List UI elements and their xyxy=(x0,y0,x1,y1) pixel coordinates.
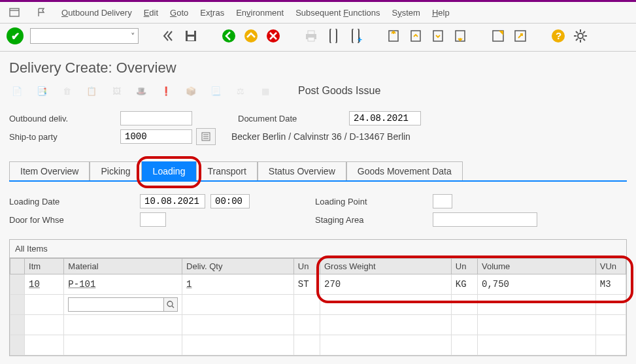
material-search-button[interactable] xyxy=(163,297,178,312)
svg-line-29 xyxy=(576,39,578,41)
page-title: Delivery Create: Overview xyxy=(0,52,636,80)
find-next-icon[interactable]: + xyxy=(348,28,363,44)
doc-date-label: Document Date xyxy=(238,114,349,124)
doc-date-input[interactable] xyxy=(349,111,421,125)
loading-time-input[interactable] xyxy=(210,194,250,208)
col-material[interactable]: Material xyxy=(64,259,182,274)
grid-area: All Items Itm Material Deliv. Qty Un Gro… xyxy=(0,235,636,360)
table-row[interactable] xyxy=(10,295,626,315)
svg-point-34 xyxy=(167,301,173,306)
col-gross[interactable]: Gross Weight xyxy=(320,259,451,274)
tab-goods-movement-data[interactable]: Goods Movement Data xyxy=(346,161,463,180)
svg-rect-3 xyxy=(188,31,194,35)
find-icon[interactable] xyxy=(326,28,341,44)
loading-form: Loading Date Loading Point Door for Whse… xyxy=(0,182,636,235)
print-icon xyxy=(303,28,319,44)
cell-itm[interactable] xyxy=(25,295,64,315)
row-selector[interactable] xyxy=(10,295,25,315)
col-volume[interactable]: Volume xyxy=(477,259,595,274)
col-itm[interactable]: Itm xyxy=(25,259,64,274)
enter-button[interactable]: ✔ xyxy=(7,27,24,44)
nav-back-icon[interactable] xyxy=(221,28,237,44)
svg-line-27 xyxy=(583,39,585,41)
col-vun[interactable]: VUn xyxy=(595,259,626,274)
post-goods-issue-button[interactable]: Post Goods Issue xyxy=(298,85,380,97)
cell-un2[interactable]: KG xyxy=(451,274,477,295)
tab-picking[interactable]: Picking xyxy=(90,161,141,180)
help-icon[interactable]: ? xyxy=(550,28,566,44)
cancel-icon[interactable] xyxy=(265,28,281,44)
loading-point-input[interactable] xyxy=(433,194,452,208)
new-session-icon[interactable] xyxy=(490,28,506,44)
cell-vun[interactable]: M3 xyxy=(595,274,626,295)
col-un1[interactable]: Un xyxy=(293,259,320,274)
outbound-deliv-input[interactable] xyxy=(120,111,192,125)
table-row[interactable] xyxy=(10,335,626,356)
cell-itm[interactable]: 10 xyxy=(25,274,64,295)
menu-help[interactable]: Help xyxy=(432,8,450,18)
ship-to-details-button[interactable] xyxy=(196,128,216,145)
cell-qty[interactable]: 1 xyxy=(182,274,294,295)
cell-volume[interactable]: 0,750 xyxy=(477,274,595,295)
tab-item-overview[interactable]: Item Overview xyxy=(9,161,90,180)
ship-to-input[interactable] xyxy=(120,129,192,144)
tab-strip: Item OverviewPickingLoadingTransportStat… xyxy=(9,161,627,180)
save-icon[interactable] xyxy=(183,28,199,44)
delete-item-icon[interactable]: 📑 xyxy=(34,83,50,99)
back-icon[interactable] xyxy=(161,28,176,44)
flag-icon[interactable] xyxy=(34,5,50,20)
table-row[interactable] xyxy=(10,315,626,335)
settings-icon[interactable] xyxy=(573,28,588,44)
incompletion-icon[interactable]: ❗ xyxy=(158,83,174,99)
scale-icon: ⚖ xyxy=(233,83,248,99)
window-menu-icon[interactable] xyxy=(7,5,22,20)
display-icon: 📄 xyxy=(9,83,25,99)
grid-icon: ▦ xyxy=(258,83,273,99)
tab-status-overview[interactable]: Status Overview xyxy=(258,161,346,180)
tab-transport[interactable]: Transport xyxy=(196,161,257,180)
staging-input[interactable] xyxy=(433,212,537,227)
last-page-icon[interactable] xyxy=(452,28,468,44)
cell-material[interactable] xyxy=(64,295,182,315)
prev-page-icon[interactable] xyxy=(408,28,424,44)
menu-subsequent-functions[interactable]: Subsequent Functions xyxy=(295,8,380,18)
menu-goto[interactable]: Goto xyxy=(170,8,188,18)
menu-outbound-delivery[interactable]: Outbound Delivery xyxy=(61,8,132,18)
staging-label: Staging Area xyxy=(315,215,433,225)
command-field[interactable]: ˅ xyxy=(30,28,139,44)
header-form: Outbound deliv. Document Date Ship-to pa… xyxy=(0,105,636,152)
menu-extras[interactable]: Extras xyxy=(200,8,224,18)
svg-point-5 xyxy=(222,29,235,42)
menu-edit[interactable]: Edit xyxy=(144,8,158,18)
shortcut-icon[interactable] xyxy=(512,28,528,44)
svg-text:+: + xyxy=(358,35,362,43)
svg-rect-0 xyxy=(10,8,19,16)
cell-material[interactable]: P-101 xyxy=(64,274,182,295)
picture-icon: 🖼 xyxy=(109,83,124,99)
sheet-icon: 📃 xyxy=(208,83,224,99)
cell-un1[interactable]: ST xyxy=(293,274,320,295)
col-un2[interactable]: Un xyxy=(451,259,477,274)
svg-line-35 xyxy=(172,306,174,308)
next-page-icon[interactable] xyxy=(430,28,446,44)
secondary-toolbar: 📄 📑 🗑 📋 🖼 🎩 ❗ 📦 📃 ⚖ ▦ Post Goods Issue xyxy=(0,80,636,105)
loading-date-input[interactable] xyxy=(140,194,205,208)
cell-gross[interactable]: 270 xyxy=(320,274,451,295)
svg-rect-14 xyxy=(433,31,443,41)
svg-rect-13 xyxy=(411,31,420,41)
door-label: Door for Whse xyxy=(9,215,140,225)
material-input[interactable] xyxy=(68,297,164,312)
col-qty[interactable]: Deliv. Qty xyxy=(182,259,294,274)
first-page-icon[interactable] xyxy=(386,28,401,44)
select-all-header[interactable] xyxy=(10,259,25,274)
hat-icon: 🎩 xyxy=(133,83,149,99)
svg-rect-4 xyxy=(188,37,194,41)
row-selector[interactable] xyxy=(10,274,25,295)
table-row[interactable]: 10 P-101 1 ST 270 KG 0,750 M3 xyxy=(10,274,626,295)
nav-up-icon[interactable] xyxy=(243,28,259,44)
loading-point-label: Loading Point xyxy=(315,197,433,207)
menu-environment[interactable]: Environment xyxy=(236,8,284,18)
menu-system[interactable]: System xyxy=(392,8,420,18)
door-input[interactable] xyxy=(140,212,166,227)
package-icon: 📦 xyxy=(183,83,199,99)
